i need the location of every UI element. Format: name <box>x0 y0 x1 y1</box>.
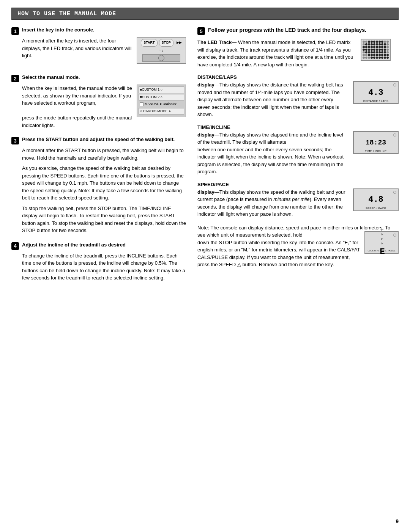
indicator-label: Indicator <box>163 102 177 107</box>
time-incline-section: TIME/INCLINE display—This display shows … <box>197 124 399 176</box>
led-track-title: The LED Track— <box>197 39 237 45</box>
note-text: Note: The console can display distance, … <box>197 224 399 268</box>
speed-value: 4.8 <box>368 195 383 204</box>
time-incline-display: 18:23 TIME / INCLINE <box>353 131 399 154</box>
speed-pace-title: SPEED/PACE <box>197 182 399 187</box>
time-label: TIME / INCLINE <box>365 150 386 152</box>
step-4-text-1: To change the incline of the treadmill, … <box>22 252 186 282</box>
mode-row-custom2: ■ CUSTOM 2 ○ <box>139 94 184 101</box>
right-column: 5 Follow your progress with the LED trac… <box>197 27 399 289</box>
distance-laps-title: DISTANCE/LAPS <box>197 74 399 80</box>
led-grid <box>361 39 391 61</box>
mode-row-cardio: ○ CARDIO MODE ∧ <box>139 108 184 115</box>
speed-pace-inner: display—This display shows the speed of … <box>197 188 399 218</box>
speed-pace-text: display—This display shows the speed of … <box>197 188 348 218</box>
distance-laps-inner: display—This display shows the distance … <box>197 81 399 118</box>
speed-indicator <box>393 191 396 194</box>
mode-row-custom1: ■ CUSTOM 1 ○ <box>139 86 184 93</box>
note-display: ▷ ▷ ▷ ▷ E CALS / FAT CALS / PULSE <box>364 231 399 254</box>
time-incline-inner: display—This display shows the elapsed t… <box>197 131 399 176</box>
step-2-title: Select the manual mode. <box>22 74 80 80</box>
stop-button-img: STOP <box>159 39 173 47</box>
note-section: Note: The console can display distance, … <box>197 224 399 268</box>
note-display-label: CALS / FAT CALS / PULSE <box>367 249 395 253</box>
step-3-text-3: To stop the walking belt, press the STOP… <box>22 205 186 234</box>
page-number: 9 <box>396 518 399 524</box>
start-button-img: START <box>141 39 157 47</box>
step-2: 2 Select the manual mode. ■ CUSTOM 1 ○ ■… <box>11 74 186 129</box>
step-3-text-1: A moment after the START button is press… <box>22 147 186 162</box>
step-2-body: ■ CUSTOM 1 ○ ■ CUSTOM 2 ○ MANUAL ● Indic… <box>22 85 186 129</box>
step-1-title: Insert the key into the console. <box>22 27 95 33</box>
led-track-text: The LED Track— When the manual mode is s… <box>197 39 355 68</box>
step-4-body: To change the incline of the treadmill, … <box>22 252 186 282</box>
distance-laps-text: display—This display shows the distance … <box>197 81 348 118</box>
step-1-text: A moment after the key is inserted, the … <box>22 38 131 58</box>
mode-selector-img: ■ CUSTOM 1 ○ ■ CUSTOM 2 ○ MANUAL ● Indic… <box>137 85 186 117</box>
step-2-header: 2 Select the manual mode. <box>11 74 186 82</box>
distance-laps-section: DISTANCE/LAPS display—This display shows… <box>197 74 399 118</box>
step-3: 3 Press the START button and adjust the … <box>11 137 186 234</box>
step-1: 1 Insert the key into the console. START… <box>11 27 186 67</box>
step-3-header: 3 Press the START button and adjust the … <box>11 137 186 144</box>
step-4-number: 4 <box>11 242 19 250</box>
step-1-header: 1 Insert the key into the console. <box>11 27 186 35</box>
speed-pace-section: SPEED/PACE display—This display shows th… <box>197 182 399 218</box>
distance-label: DISTANCE / LAPS <box>363 100 388 102</box>
step-4: 4 Adjust the incline of the treadmill as… <box>11 242 186 282</box>
step-1-body: START STOP ▶▶ ↑ ↓ A moment after the key… <box>22 37 186 67</box>
step-2-text-2: press the mode button repeatedly until t… <box>22 115 132 128</box>
step-4-header: 4 Adjust the incline of the treadmill as… <box>11 242 186 250</box>
step-3-number: 3 <box>11 137 19 144</box>
led-track-section: The LED Track— When the manual mode is s… <box>197 39 399 68</box>
left-column: 1 Insert the key into the console. START… <box>11 27 186 289</box>
step-4-title: Adjust the incline of the treadmill as d… <box>22 242 126 248</box>
time-incline-title: TIME/INCLINE <box>197 124 399 130</box>
step-5-number: 5 <box>197 27 205 35</box>
step-2-text-1: When the key is inserted, the manual mod… <box>22 85 132 106</box>
header-title: HOW TO USE THE MANUAL MODE <box>17 11 116 17</box>
step-5-title: Follow your progress with the LED track … <box>208 27 366 33</box>
step-3-body: A moment after the START button is press… <box>22 147 186 234</box>
console-display-img <box>142 54 180 62</box>
step-2-number: 2 <box>11 75 19 82</box>
step-1-number: 1 <box>11 27 19 35</box>
step-3-text-2: As you exercise, change the speed of the… <box>22 165 186 202</box>
distance-laps-display: 4.3 DISTANCE / LAPS <box>353 81 399 104</box>
distance-indicator <box>393 83 396 86</box>
time-value: 18:23 <box>366 139 386 146</box>
distance-value: 4.3 <box>368 88 383 97</box>
led-track-image <box>361 39 399 68</box>
step-3-title: Press the START button and adjust the sp… <box>22 137 175 142</box>
speed-pace-display: 4.8 SPEED / PACE <box>353 188 399 211</box>
time-indicator <box>393 133 396 137</box>
step-5-header: 5 Follow your progress with the LED trac… <box>197 27 399 35</box>
time-incline-text: display—This display shows the elapsed t… <box>197 131 348 176</box>
speed-label: SPEED / PACE <box>366 207 386 210</box>
console-illustration: START STOP ▶▶ ↑ ↓ <box>137 37 186 64</box>
page-header-banner: HOW TO USE THE MANUAL MODE <box>11 8 399 20</box>
